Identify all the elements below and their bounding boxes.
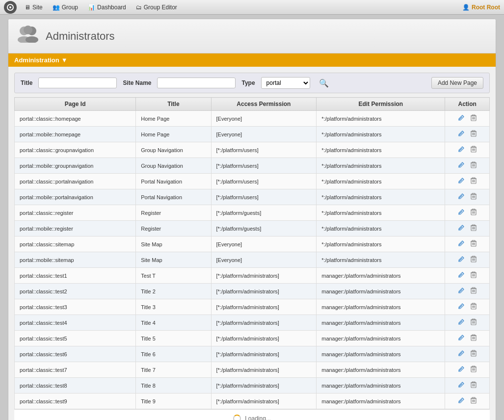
dashboard-icon: 📊 [88, 4, 95, 11]
delete-button[interactable] [470, 192, 477, 202]
delete-button[interactable] [470, 396, 477, 406]
cell-action [445, 205, 490, 221]
cell-edit: manager:/platform/administrators [317, 268, 445, 284]
edit-button[interactable] [457, 380, 466, 391]
dropdown-arrow-icon: ▼ [61, 56, 68, 64]
cell-title: Title 2 [136, 284, 211, 299]
delete-button[interactable] [470, 208, 477, 218]
header-icon [16, 25, 40, 47]
edit-button[interactable] [457, 396, 466, 406]
table-row: portal::mobile::homepage Home Page [Ever… [15, 127, 490, 142]
title-input[interactable] [38, 78, 117, 88]
cell-action [445, 252, 490, 268]
cell-action [445, 362, 490, 378]
nav-item-group[interactable]: 👥 Group [49, 3, 82, 12]
delete-button[interactable] [470, 223, 477, 234]
delete-button[interactable] [470, 365, 477, 375]
delete-button[interactable] [470, 333, 477, 343]
nav-group-label: Group [62, 4, 78, 11]
nav-item-dashboard[interactable]: 📊 Dashboard [84, 3, 130, 12]
search-button[interactable]: 🔍 [316, 78, 332, 89]
edit-button[interactable] [457, 208, 466, 218]
type-label: Type [241, 79, 255, 86]
page-title: Administrators [46, 30, 115, 43]
cell-action [445, 174, 490, 189]
delete-button[interactable] [470, 129, 477, 139]
delete-button[interactable] [470, 255, 477, 265]
cell-page-id: portal::classic::homepage [15, 111, 136, 127]
sitename-input[interactable] [157, 78, 236, 88]
cell-access: [*:/platform/administrators] [211, 378, 317, 394]
cell-access: [*:/platform/administrators] [211, 284, 317, 299]
cell-edit: manager:/platform/administrators [317, 331, 445, 346]
cell-action [445, 315, 490, 331]
top-nav: 🖥 Site 👥 Group 📊 Dashboard 🗂 Group Edito… [0, 0, 504, 15]
delete-button[interactable] [470, 176, 477, 186]
table-row: portal::classic::test9 Title 9 [*:/platf… [15, 394, 490, 409]
cell-access: [*:/platform/administrators] [211, 362, 317, 378]
loading-text: Loading... [245, 415, 271, 420]
delete-button[interactable] [470, 380, 477, 391]
svg-point-4 [24, 26, 32, 34]
page-header: Administrators [8, 19, 496, 53]
edit-button[interactable] [457, 145, 466, 155]
cell-title: Title 9 [136, 394, 211, 409]
cell-page-id: portal::mobile::groupnavigation [15, 158, 136, 174]
search-icon: 🔍 [319, 79, 329, 87]
cell-access: [*:/platform/users] [211, 189, 317, 205]
administration-dropdown[interactable]: Administration ▼ [14, 56, 68, 64]
delete-button[interactable] [470, 160, 477, 171]
cell-action [445, 331, 490, 346]
delete-button[interactable] [470, 349, 477, 359]
edit-button[interactable] [457, 223, 466, 234]
table-row: portal::classic::sitemap Site Map [Every… [15, 236, 490, 252]
nav-dashboard-label: Dashboard [97, 4, 126, 11]
edit-button[interactable] [457, 113, 466, 124]
edit-button[interactable] [457, 192, 466, 202]
group-icon: 👥 [53, 4, 60, 11]
cell-page-id: portal::classic::sitemap [15, 236, 136, 252]
edit-button[interactable] [457, 176, 466, 186]
col-access-permission: Access Permission [211, 98, 317, 111]
cell-access: [*:/platform/administrators] [211, 299, 317, 315]
cell-action [445, 236, 490, 252]
cell-title: Title 8 [136, 378, 211, 394]
table-row: portal::mobile::sitemap Site Map [Everyo… [15, 252, 490, 268]
edit-button[interactable] [457, 302, 466, 312]
type-select[interactable]: portal group user [261, 77, 310, 89]
cell-edit: *:/platform/administrators [317, 142, 445, 158]
delete-button[interactable] [470, 270, 477, 281]
table-row: portal::classic::test7 Title 7 [*:/platf… [15, 362, 490, 378]
table-row: portal::classic::test1 Test T [*:/platfo… [15, 268, 490, 284]
table-row: portal::classic::test8 Title 8 [*:/platf… [15, 378, 490, 394]
logo-icon[interactable] [4, 1, 17, 14]
edit-button[interactable] [457, 239, 466, 249]
delete-button[interactable] [470, 113, 477, 124]
delete-button[interactable] [470, 239, 477, 249]
delete-button[interactable] [470, 145, 477, 155]
cell-access: [*:/platform/guests] [211, 221, 317, 236]
cell-action [445, 158, 490, 174]
edit-button[interactable] [457, 286, 466, 296]
edit-button[interactable] [457, 160, 466, 171]
edit-button[interactable] [457, 317, 466, 328]
add-new-page-button[interactable]: Add New Page [431, 77, 483, 89]
nav-item-site[interactable]: 🖥 Site [21, 3, 47, 12]
cell-edit: *:/platform/administrators [317, 111, 445, 127]
cell-edit: *:/platform/administrators [317, 127, 445, 142]
edit-button[interactable] [457, 255, 466, 265]
cell-access: [Everyone] [211, 127, 317, 142]
loading-bar: Loading... [14, 409, 490, 420]
sitename-label: Site Name [123, 79, 151, 86]
cell-page-id: portal::classic::test3 [15, 299, 136, 315]
edit-button[interactable] [457, 365, 466, 375]
delete-button[interactable] [470, 302, 477, 312]
edit-button[interactable] [457, 349, 466, 359]
edit-button[interactable] [457, 333, 466, 343]
delete-button[interactable] [470, 286, 477, 296]
edit-button[interactable] [457, 270, 466, 281]
nav-item-group-editor[interactable]: 🗂 Group Editor [132, 3, 181, 12]
cell-title: Site Map [136, 252, 211, 268]
delete-button[interactable] [470, 317, 477, 328]
edit-button[interactable] [457, 129, 466, 139]
